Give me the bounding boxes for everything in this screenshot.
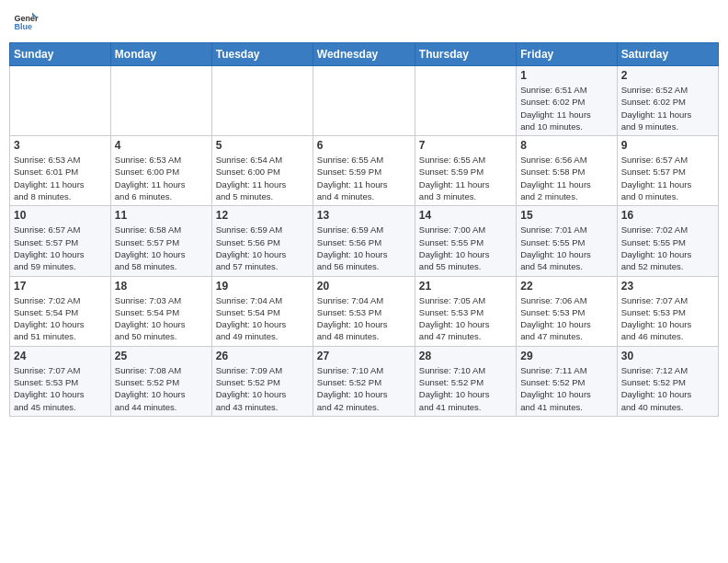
day-number: 18	[115, 280, 208, 293]
calendar-cell: 30Sunrise: 7:12 AM Sunset: 5:52 PM Dayli…	[617, 346, 718, 416]
header-wednesday: Wednesday	[313, 43, 415, 66]
day-info: Sunrise: 6:59 AM Sunset: 5:56 PM Dayligh…	[317, 224, 411, 272]
calendar-cell: 26Sunrise: 7:09 AM Sunset: 5:52 PM Dayli…	[211, 346, 313, 416]
calendar-cell	[415, 66, 516, 136]
day-info: Sunrise: 6:57 AM Sunset: 5:57 PM Dayligh…	[14, 224, 107, 272]
day-info: Sunrise: 7:02 AM Sunset: 5:54 PM Dayligh…	[14, 294, 107, 343]
calendar-cell: 4Sunrise: 6:53 AM Sunset: 6:00 PM Daylig…	[110, 136, 211, 206]
day-number: 3	[14, 139, 107, 152]
calendar-cell: 21Sunrise: 7:05 AM Sunset: 5:53 PM Dayli…	[415, 276, 516, 346]
day-info: Sunrise: 6:55 AM Sunset: 5:59 PM Dayligh…	[317, 154, 411, 202]
day-info: Sunrise: 7:03 AM Sunset: 5:54 PM Dayligh…	[115, 294, 208, 343]
day-number: 1	[520, 69, 612, 82]
calendar-cell: 9Sunrise: 6:57 AM Sunset: 5:57 PM Daylig…	[617, 136, 718, 206]
day-number: 29	[520, 350, 612, 362]
calendar-cell: 6Sunrise: 6:55 AM Sunset: 5:59 PM Daylig…	[313, 136, 415, 206]
day-number: 19	[216, 280, 309, 293]
logo-icon: General Blue	[13, 9, 39, 35]
calendar-cell: 24Sunrise: 7:07 AM Sunset: 5:53 PM Dayli…	[10, 346, 111, 416]
calendar-cell: 12Sunrise: 6:59 AM Sunset: 5:56 PM Dayli…	[211, 206, 313, 276]
day-info: Sunrise: 7:04 AM Sunset: 5:54 PM Dayligh…	[216, 294, 309, 343]
svg-text:Blue: Blue	[14, 22, 32, 31]
calendar-cell: 3Sunrise: 6:53 AM Sunset: 6:01 PM Daylig…	[10, 136, 111, 206]
day-info: Sunrise: 6:58 AM Sunset: 5:57 PM Dayligh…	[115, 224, 208, 272]
day-number: 9	[621, 139, 714, 152]
day-info: Sunrise: 7:10 AM Sunset: 5:52 PM Dayligh…	[419, 364, 512, 413]
calendar-cell	[10, 66, 111, 136]
calendar-table: Sunday Monday Tuesday Wednesday Thursday…	[9, 42, 719, 417]
page-header: General Blue	[9, 9, 719, 35]
day-info: Sunrise: 6:54 AM Sunset: 6:00 PM Dayligh…	[216, 154, 309, 202]
day-number: 26	[216, 350, 309, 362]
day-info: Sunrise: 7:07 AM Sunset: 5:53 PM Dayligh…	[621, 294, 714, 343]
header-sunday: Sunday	[10, 43, 111, 66]
logo: General Blue	[13, 9, 39, 35]
calendar-cell: 14Sunrise: 7:00 AM Sunset: 5:55 PM Dayli…	[415, 206, 516, 276]
day-info: Sunrise: 7:07 AM Sunset: 5:53 PM Dayligh…	[14, 364, 107, 413]
calendar-body: 1Sunrise: 6:51 AM Sunset: 6:02 PM Daylig…	[10, 66, 719, 417]
day-number: 4	[115, 139, 208, 152]
calendar-cell: 29Sunrise: 7:11 AM Sunset: 5:52 PM Dayli…	[517, 346, 617, 416]
day-number: 21	[419, 280, 512, 293]
calendar-cell: 7Sunrise: 6:55 AM Sunset: 5:59 PM Daylig…	[415, 136, 516, 206]
calendar-week-1: 1Sunrise: 6:51 AM Sunset: 6:02 PM Daylig…	[10, 66, 719, 136]
day-info: Sunrise: 6:52 AM Sunset: 6:02 PM Dayligh…	[621, 84, 714, 132]
day-number: 17	[14, 280, 107, 293]
calendar-cell: 10Sunrise: 6:57 AM Sunset: 5:57 PM Dayli…	[10, 206, 111, 276]
day-number: 7	[419, 139, 512, 152]
calendar-cell: 17Sunrise: 7:02 AM Sunset: 5:54 PM Dayli…	[10, 276, 111, 346]
day-number: 14	[419, 209, 512, 222]
day-number: 28	[419, 350, 512, 362]
calendar-cell: 2Sunrise: 6:52 AM Sunset: 6:02 PM Daylig…	[617, 66, 718, 136]
day-number: 5	[216, 139, 309, 152]
day-info: Sunrise: 7:09 AM Sunset: 5:52 PM Dayligh…	[216, 364, 309, 413]
calendar-cell	[110, 66, 211, 136]
day-info: Sunrise: 6:56 AM Sunset: 5:58 PM Dayligh…	[520, 154, 612, 202]
day-info: Sunrise: 7:01 AM Sunset: 5:55 PM Dayligh…	[520, 224, 612, 272]
day-number: 15	[520, 209, 612, 222]
day-info: Sunrise: 6:53 AM Sunset: 6:00 PM Dayligh…	[115, 154, 208, 202]
calendar-cell	[313, 66, 415, 136]
calendar-cell: 1Sunrise: 6:51 AM Sunset: 6:02 PM Daylig…	[517, 66, 617, 136]
calendar-cell: 15Sunrise: 7:01 AM Sunset: 5:55 PM Dayli…	[517, 206, 617, 276]
day-number: 24	[14, 350, 107, 362]
day-info: Sunrise: 7:10 AM Sunset: 5:52 PM Dayligh…	[317, 364, 411, 413]
day-number: 27	[317, 350, 411, 362]
header-saturday: Saturday	[617, 43, 718, 66]
header-friday: Friday	[517, 43, 617, 66]
day-number: 16	[621, 209, 714, 222]
day-info: Sunrise: 6:59 AM Sunset: 5:56 PM Dayligh…	[216, 224, 309, 272]
day-number: 25	[115, 350, 208, 362]
calendar-header: Sunday Monday Tuesday Wednesday Thursday…	[10, 43, 719, 66]
calendar-cell: 23Sunrise: 7:07 AM Sunset: 5:53 PM Dayli…	[617, 276, 718, 346]
day-number: 30	[621, 350, 714, 362]
day-number: 20	[317, 280, 411, 293]
day-info: Sunrise: 7:05 AM Sunset: 5:53 PM Dayligh…	[419, 294, 512, 343]
day-number: 2	[621, 69, 714, 82]
day-info: Sunrise: 6:55 AM Sunset: 5:59 PM Dayligh…	[419, 154, 512, 202]
day-number: 22	[520, 280, 612, 293]
calendar-week-3: 10Sunrise: 6:57 AM Sunset: 5:57 PM Dayli…	[10, 206, 719, 276]
day-info: Sunrise: 7:11 AM Sunset: 5:52 PM Dayligh…	[520, 364, 612, 413]
calendar-week-4: 17Sunrise: 7:02 AM Sunset: 5:54 PM Dayli…	[10, 276, 719, 346]
day-info: Sunrise: 7:06 AM Sunset: 5:53 PM Dayligh…	[520, 294, 612, 343]
day-info: Sunrise: 7:08 AM Sunset: 5:52 PM Dayligh…	[115, 364, 208, 413]
day-info: Sunrise: 7:00 AM Sunset: 5:55 PM Dayligh…	[419, 224, 512, 272]
calendar-cell: 18Sunrise: 7:03 AM Sunset: 5:54 PM Dayli…	[110, 276, 211, 346]
day-info: Sunrise: 6:51 AM Sunset: 6:02 PM Dayligh…	[520, 84, 612, 132]
day-number: 10	[14, 209, 107, 222]
calendar-week-2: 3Sunrise: 6:53 AM Sunset: 6:01 PM Daylig…	[10, 136, 719, 206]
header-tuesday: Tuesday	[211, 43, 313, 66]
day-number: 11	[115, 209, 208, 222]
svg-text:General: General	[14, 14, 39, 23]
calendar-cell: 5Sunrise: 6:54 AM Sunset: 6:00 PM Daylig…	[211, 136, 313, 206]
calendar-cell: 13Sunrise: 6:59 AM Sunset: 5:56 PM Dayli…	[313, 206, 415, 276]
calendar-cell: 22Sunrise: 7:06 AM Sunset: 5:53 PM Dayli…	[517, 276, 617, 346]
day-number: 8	[520, 139, 612, 152]
day-number: 6	[317, 139, 411, 152]
day-number: 12	[216, 209, 309, 222]
day-info: Sunrise: 7:04 AM Sunset: 5:53 PM Dayligh…	[317, 294, 411, 343]
calendar-cell: 20Sunrise: 7:04 AM Sunset: 5:53 PM Dayli…	[313, 276, 415, 346]
calendar-cell: 27Sunrise: 7:10 AM Sunset: 5:52 PM Dayli…	[313, 346, 415, 416]
day-number: 23	[621, 280, 714, 293]
